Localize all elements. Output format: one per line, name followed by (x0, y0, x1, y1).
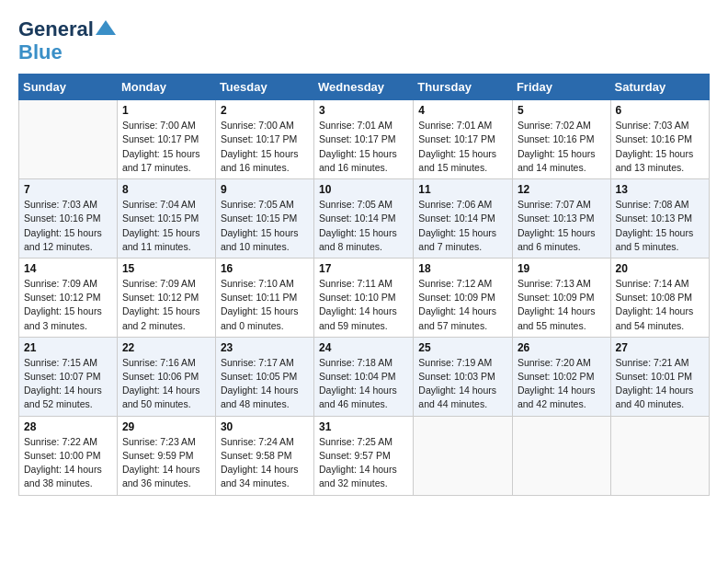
calendar-table: SundayMondayTuesdayWednesdayThursdayFrid… (18, 74, 710, 495)
day-number: 13 (616, 183, 704, 196)
weekday-header-thursday: Thursday (414, 75, 513, 100)
day-number: 18 (418, 262, 507, 275)
day-info: Sunrise: 7:04 AMSunset: 10:15 PMDaylight… (122, 198, 210, 254)
weekday-header-row: SundayMondayTuesdayWednesdayThursdayFrid… (19, 75, 710, 100)
calendar-cell: 23Sunrise: 7:17 AMSunset: 10:05 PMDaylig… (215, 337, 313, 416)
day-info: Sunrise: 7:03 AMSunset: 10:16 PMDaylight… (616, 119, 704, 175)
weekday-header-sunday: Sunday (19, 75, 118, 100)
calendar-cell: 7Sunrise: 7:03 AMSunset: 10:16 PMDayligh… (19, 179, 118, 259)
day-info: Sunrise: 7:12 AMSunset: 10:09 PMDaylight… (418, 277, 507, 333)
day-info: Sunrise: 7:24 AMSunset: 9:58 PMDaylight:… (221, 435, 309, 491)
day-number: 24 (319, 341, 408, 354)
day-info: Sunrise: 7:23 AMSunset: 9:59 PMDaylight:… (122, 435, 210, 491)
day-info: Sunrise: 7:00 AMSunset: 10:17 PMDaylight… (122, 119, 210, 175)
day-info: Sunrise: 7:08 AMSunset: 10:13 PMDaylight… (616, 198, 704, 254)
calendar-cell: 21Sunrise: 7:15 AMSunset: 10:07 PMDaylig… (19, 337, 118, 416)
calendar-cell: 29Sunrise: 7:23 AMSunset: 9:59 PMDayligh… (117, 416, 215, 495)
logo-blue: Blue (18, 40, 63, 64)
calendar-cell: 19Sunrise: 7:13 AMSunset: 10:09 PMDaylig… (512, 258, 610, 337)
svg-marker-0 (96, 20, 116, 35)
day-info: Sunrise: 7:09 AMSunset: 10:12 PMDaylight… (24, 277, 112, 333)
calendar-cell: 27Sunrise: 7:21 AMSunset: 10:01 PMDaylig… (610, 337, 709, 416)
calendar-cell: 3Sunrise: 7:01 AMSunset: 10:17 PMDayligh… (314, 100, 414, 179)
day-info: Sunrise: 7:10 AMSunset: 10:11 PMDaylight… (221, 277, 309, 333)
day-number: 8 (122, 183, 210, 196)
day-info: Sunrise: 7:00 AMSunset: 10:17 PMDaylight… (221, 119, 309, 175)
week-row-4: 21Sunrise: 7:15 AMSunset: 10:07 PMDaylig… (19, 337, 710, 416)
weekday-header-friday: Friday (512, 75, 610, 100)
day-number: 21 (24, 341, 112, 354)
day-number: 25 (418, 341, 507, 354)
calendar-cell: 20Sunrise: 7:14 AMSunset: 10:08 PMDaylig… (610, 258, 709, 337)
day-number: 5 (518, 104, 606, 117)
logo-general: General (18, 18, 94, 40)
day-number: 16 (221, 262, 309, 275)
calendar-cell: 12Sunrise: 7:07 AMSunset: 10:13 PMDaylig… (512, 179, 610, 259)
calendar-cell (19, 100, 118, 179)
day-info: Sunrise: 7:05 AMSunset: 10:15 PMDaylight… (221, 198, 309, 254)
week-row-3: 14Sunrise: 7:09 AMSunset: 10:12 PMDaylig… (19, 258, 710, 337)
day-info: Sunrise: 7:13 AMSunset: 10:09 PMDaylight… (518, 277, 606, 333)
calendar-cell: 24Sunrise: 7:18 AMSunset: 10:04 PMDaylig… (314, 337, 414, 416)
calendar-cell: 6Sunrise: 7:03 AMSunset: 10:16 PMDayligh… (610, 100, 709, 179)
day-number: 12 (518, 183, 606, 196)
page-header: General Blue (18, 18, 710, 64)
day-info: Sunrise: 7:11 AMSunset: 10:10 PMDaylight… (319, 277, 408, 333)
day-number: 9 (221, 183, 309, 196)
logo: General Blue (18, 18, 116, 64)
day-info: Sunrise: 7:09 AMSunset: 10:12 PMDaylight… (122, 277, 210, 333)
day-number: 6 (616, 104, 704, 117)
calendar-cell: 22Sunrise: 7:16 AMSunset: 10:06 PMDaylig… (117, 337, 215, 416)
day-number: 10 (319, 183, 408, 196)
calendar-cell: 18Sunrise: 7:12 AMSunset: 10:09 PMDaylig… (414, 258, 513, 337)
day-info: Sunrise: 7:01 AMSunset: 10:17 PMDaylight… (418, 119, 507, 175)
calendar-cell: 13Sunrise: 7:08 AMSunset: 10:13 PMDaylig… (610, 179, 709, 259)
calendar-cell: 10Sunrise: 7:05 AMSunset: 10:14 PMDaylig… (314, 179, 414, 259)
calendar-cell: 26Sunrise: 7:20 AMSunset: 10:02 PMDaylig… (512, 337, 610, 416)
calendar-cell: 31Sunrise: 7:25 AMSunset: 9:57 PMDayligh… (314, 416, 414, 495)
logo-icon (96, 20, 116, 35)
day-number: 11 (418, 183, 507, 196)
calendar-cell: 25Sunrise: 7:19 AMSunset: 10:03 PMDaylig… (414, 337, 513, 416)
day-number: 7 (24, 183, 112, 196)
day-number: 4 (418, 104, 507, 117)
day-info: Sunrise: 7:22 AMSunset: 10:00 PMDaylight… (24, 435, 112, 491)
day-info: Sunrise: 7:21 AMSunset: 10:01 PMDaylight… (616, 356, 704, 412)
day-info: Sunrise: 7:25 AMSunset: 9:57 PMDaylight:… (319, 435, 408, 491)
day-info: Sunrise: 7:02 AMSunset: 10:16 PMDaylight… (518, 119, 606, 175)
day-number: 19 (518, 262, 606, 275)
day-info: Sunrise: 7:15 AMSunset: 10:07 PMDaylight… (24, 356, 112, 412)
calendar-cell (610, 416, 709, 495)
calendar-cell: 30Sunrise: 7:24 AMSunset: 9:58 PMDayligh… (215, 416, 313, 495)
day-number: 17 (319, 262, 408, 275)
week-row-2: 7Sunrise: 7:03 AMSunset: 10:16 PMDayligh… (19, 179, 710, 259)
day-number: 30 (221, 420, 309, 433)
calendar-cell: 1Sunrise: 7:00 AMSunset: 10:17 PMDayligh… (117, 100, 215, 179)
day-number: 23 (221, 341, 309, 354)
calendar-cell: 15Sunrise: 7:09 AMSunset: 10:12 PMDaylig… (117, 258, 215, 337)
day-number: 28 (24, 420, 112, 433)
weekday-header-tuesday: Tuesday (215, 75, 313, 100)
calendar-cell: 14Sunrise: 7:09 AMSunset: 10:12 PMDaylig… (19, 258, 118, 337)
day-info: Sunrise: 7:16 AMSunset: 10:06 PMDaylight… (122, 356, 210, 412)
day-number: 31 (319, 420, 408, 433)
day-info: Sunrise: 7:18 AMSunset: 10:04 PMDaylight… (319, 356, 408, 412)
day-number: 3 (319, 104, 408, 117)
day-info: Sunrise: 7:14 AMSunset: 10:08 PMDaylight… (616, 277, 704, 333)
day-number: 15 (122, 262, 210, 275)
weekday-header-wednesday: Wednesday (314, 75, 414, 100)
calendar-cell: 4Sunrise: 7:01 AMSunset: 10:17 PMDayligh… (414, 100, 513, 179)
week-row-5: 28Sunrise: 7:22 AMSunset: 10:00 PMDaylig… (19, 416, 710, 495)
week-row-1: 1Sunrise: 7:00 AMSunset: 10:17 PMDayligh… (19, 100, 710, 179)
calendar-cell: 8Sunrise: 7:04 AMSunset: 10:15 PMDayligh… (117, 179, 215, 259)
calendar-cell: 5Sunrise: 7:02 AMSunset: 10:16 PMDayligh… (512, 100, 610, 179)
day-info: Sunrise: 7:07 AMSunset: 10:13 PMDaylight… (518, 198, 606, 254)
calendar-cell: 9Sunrise: 7:05 AMSunset: 10:15 PMDayligh… (215, 179, 313, 259)
day-info: Sunrise: 7:20 AMSunset: 10:02 PMDaylight… (518, 356, 606, 412)
day-info: Sunrise: 7:01 AMSunset: 10:17 PMDaylight… (319, 119, 408, 175)
day-number: 22 (122, 341, 210, 354)
calendar-cell: 28Sunrise: 7:22 AMSunset: 10:00 PMDaylig… (19, 416, 118, 495)
day-info: Sunrise: 7:05 AMSunset: 10:14 PMDaylight… (319, 198, 408, 254)
calendar-cell: 2Sunrise: 7:00 AMSunset: 10:17 PMDayligh… (215, 100, 313, 179)
calendar-cell: 17Sunrise: 7:11 AMSunset: 10:10 PMDaylig… (314, 258, 414, 337)
